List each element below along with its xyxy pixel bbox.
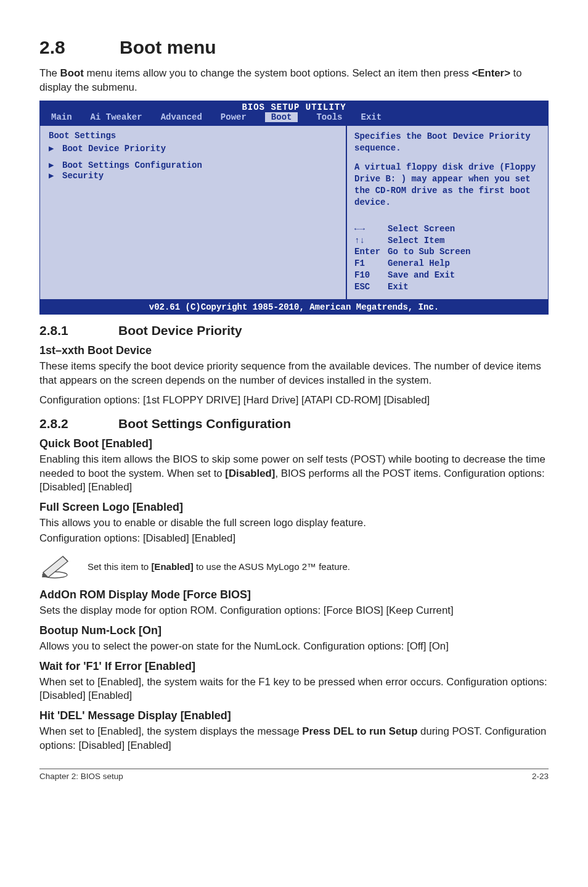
addonrom-paragraph: Sets the display mode for option ROM. Co… (39, 604, 549, 618)
section-title: Boot menu (120, 37, 216, 57)
numlock-heading: Bootup Num-Lock [On] (39, 624, 549, 637)
bios-item-boot-device-priority[interactable]: ▶ Boot Device Priority (49, 143, 337, 154)
pencil-note-icon (39, 554, 70, 579)
fullscreenlogo-heading: Full Screen Logo [Enabled] (39, 501, 549, 514)
bios-tab-main[interactable]: Main (51, 112, 72, 122)
bios-screenshot: BIOS SETUP UTILITY Main Ai Tweaker Advan… (39, 101, 549, 315)
subsection-number: 2.8.2 (39, 416, 118, 431)
bios-tab-boot[interactable]: Boot (265, 112, 298, 122)
note-text: Set this item to [Enabled] to use the AS… (88, 561, 350, 572)
bios-item-label: Boot Device Priority (62, 144, 166, 154)
fullscreenlogo-p2: Configuration options: [Disabled] [Enabl… (39, 532, 549, 546)
submenu-arrow-icon: ▶ (49, 170, 56, 181)
footer-divider (39, 769, 549, 769)
bios-title: BIOS SETUP UTILITY (40, 101, 548, 112)
section-number: 2.8 (39, 37, 120, 58)
firstboot-p2: Configuration options: [1st FLOPPY DRIVE… (39, 394, 549, 408)
bios-tab-power[interactable]: Power (221, 112, 247, 122)
submenu-arrow-icon: ▶ (49, 143, 56, 154)
bios-tab-tools[interactable]: Tools (316, 112, 342, 122)
bios-tab-advanced[interactable]: Advanced (161, 112, 202, 122)
bios-item-label: Security (62, 171, 104, 181)
waitf1-heading: Wait for 'F1' If Error [Enabled] (39, 660, 549, 673)
bios-footer: v02.61 (C)Copyright 1985-2010, American … (40, 300, 548, 314)
subsection-281-heading: 2.8.1Boot Device Priority (39, 323, 549, 338)
subsection-number: 2.8.1 (39, 323, 118, 338)
hitdel-heading: Hit 'DEL' Message Display [Enabled] (39, 709, 549, 722)
subsection-282-heading: 2.8.2Boot Settings Configuration (39, 416, 549, 431)
subsection-title: Boot Device Priority (118, 323, 242, 337)
key-arrows-ud: ↑↓ (354, 235, 383, 247)
firstboot-heading: 1st–xxth Boot Device (39, 344, 549, 357)
page-footer: Chapter 2: BIOS setup 2-23 (39, 772, 549, 781)
footer-right: 2-23 (532, 772, 549, 781)
key-f10: F10 (354, 270, 383, 281)
bios-menubar: Main Ai Tweaker Advanced Power Boot Tool… (40, 112, 548, 125)
key-enter: Enter (354, 246, 383, 258)
numlock-paragraph: Allows you to select the power-on state … (39, 640, 549, 654)
note-block: Set this item to [Enabled] to use the AS… (39, 554, 549, 579)
firstboot-p1: These items specify the boot device prio… (39, 360, 549, 387)
addonrom-heading: AddOn ROM Display Mode [Force BIOS] (39, 588, 549, 601)
submenu-arrow-icon: ▶ (49, 160, 56, 170)
subsection-title: Boot Settings Configuration (118, 416, 291, 431)
key-arrows-lr: ←→ (354, 223, 383, 235)
bios-left-header: Boot Settings (49, 131, 337, 141)
bios-item-security[interactable]: ▶ Security (49, 170, 337, 181)
bios-item-boot-settings-config[interactable]: ▶ Boot Settings Configuration (49, 160, 337, 170)
bios-tab-exit[interactable]: Exit (361, 112, 382, 122)
footer-left: Chapter 2: BIOS setup (39, 772, 123, 781)
waitf1-paragraph: When set to [Enabled], the system waits … (39, 675, 549, 703)
bios-left-pane: Boot Settings ▶ Boot Device Priority ▶ B… (40, 126, 347, 299)
section-heading: 2.8Boot menu (39, 37, 549, 58)
key-f1: F1 (354, 258, 383, 270)
bios-key-legend: ←→Select Screen ↑↓Select Item EnterGo to… (354, 223, 541, 293)
bios-tab-aitweaker[interactable]: Ai Tweaker (91, 112, 142, 122)
quickboot-paragraph: Enabling this item allows the BIOS to sk… (39, 453, 549, 495)
hitdel-paragraph: When set to [Enabled], the system displa… (39, 725, 549, 753)
bios-help-text: Specifies the Boot Device Priority seque… (354, 131, 541, 208)
page: 2.8Boot menu The Boot menu items allow y… (0, 0, 588, 799)
bios-item-label: Boot Settings Configuration (62, 160, 202, 170)
bios-main-area: Boot Settings ▶ Boot Device Priority ▶ B… (40, 125, 548, 300)
key-esc: ESC (354, 281, 383, 293)
intro-paragraph: The Boot menu items allow you to change … (39, 67, 549, 94)
bios-right-pane: Specifies the Boot Device Priority seque… (347, 126, 548, 299)
svg-marker-1 (43, 556, 68, 577)
quickboot-heading: Quick Boot [Enabled] (39, 437, 549, 450)
fullscreenlogo-p1: This allows you to enable or disable the… (39, 516, 549, 530)
